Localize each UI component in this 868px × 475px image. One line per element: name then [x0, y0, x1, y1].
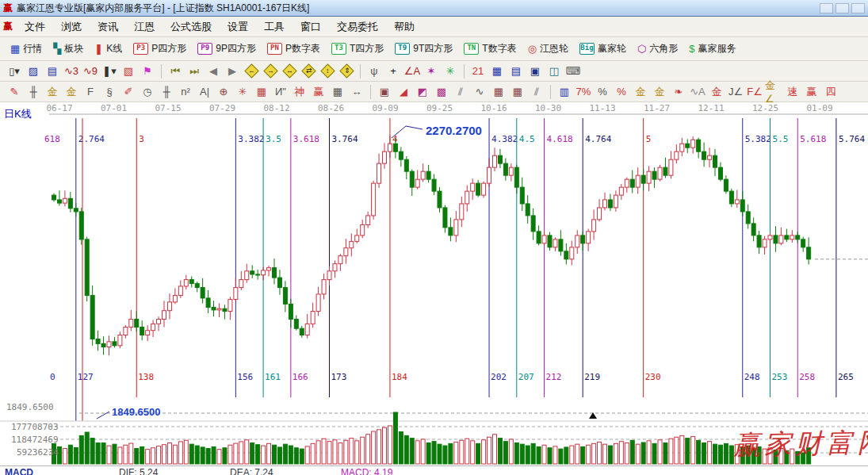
menu-item-帮助[interactable]: 帮助: [386, 18, 423, 36]
indicator-window-icon[interactable]: ▨: [24, 63, 43, 80]
gold-line-icon[interactable]: 金: [650, 83, 669, 101]
t-number-table-button[interactable]: TNT数字表: [458, 40, 522, 58]
gann-grid-icon[interactable]: ▦: [252, 83, 271, 101]
a-wave-icon[interactable]: ∿A: [688, 83, 707, 101]
draw-pencil-icon[interactable]: ✎: [5, 83, 24, 101]
macd-indicator-name[interactable]: MACD: [5, 467, 33, 475]
winner-wheel-button[interactable]: Big赢家轮: [574, 40, 632, 58]
shen-lines-icon[interactable]: 神: [290, 83, 309, 101]
price-bars-icon[interactable]: ▥: [555, 83, 574, 101]
kline-chart-area[interactable]: 日K线 06-1707-0107-1507-2908-1208-2609-090…: [0, 102, 868, 475]
web-box-icon[interactable]: ▩: [432, 83, 451, 101]
restore-icon[interactable]: [835, 3, 849, 13]
minimize-icon[interactable]: [820, 3, 833, 13]
kline-button[interactable]: ❚K线: [89, 40, 128, 58]
si-angle-icon[interactable]: 四: [821, 83, 840, 101]
n-square-icon[interactable]: n²: [176, 83, 195, 101]
ruler-123-icon[interactable]: ▦: [328, 83, 347, 101]
window-controls[interactable]: [820, 3, 865, 13]
chart-9-icon[interactable]: ∿9: [81, 63, 100, 80]
menu-item-文件[interactable]: 文件: [17, 18, 53, 36]
menu-item-浏览[interactable]: 浏览: [53, 18, 90, 36]
go-last-icon[interactable]: ⏭: [185, 63, 204, 80]
go-first-icon[interactable]: ⏮: [166, 63, 185, 80]
grid-pencil-icon[interactable]: ▦: [508, 83, 527, 101]
p-number-table-button[interactable]: PNP数字表: [262, 40, 326, 58]
menu-item-江恩[interactable]: 江恩: [126, 18, 163, 36]
box-tool-icon[interactable]: ▣: [375, 83, 394, 101]
menu-item-交易委托[interactable]: 交易委托: [329, 18, 386, 36]
9p-square-button[interactable]: P99P四方形: [192, 40, 262, 58]
box-fan-icon[interactable]: ◩: [413, 83, 432, 101]
expand-y-icon[interactable]: ↕: [318, 63, 337, 80]
grid-lines-icon[interactable]: ╫: [24, 83, 43, 101]
spiral-icon[interactable]: §: [100, 83, 119, 101]
step-back-icon[interactable]: ◀: [204, 63, 223, 80]
compress-x-icon[interactable]: ⇄: [299, 63, 318, 80]
time-lines-icon[interactable]: ╫: [157, 83, 176, 101]
grid-2-icon[interactable]: ▦: [489, 83, 508, 101]
shift-right-icon[interactable]: →: [261, 63, 280, 80]
crosshair-icon[interactable]: +: [384, 63, 403, 80]
menu-item-窗口[interactable]: 窗口: [293, 18, 329, 36]
ying-lines-icon[interactable]: 赢: [309, 83, 328, 101]
winner-service-button[interactable]: $赢家服务: [683, 40, 741, 58]
notepad-icon[interactable]: ▤: [507, 63, 526, 80]
sectors-button[interactable]: ▚板块: [48, 40, 89, 58]
pc-transfer-icon[interactable]: ⌨: [564, 63, 583, 80]
menu-item-公式选股[interactable]: 公式选股: [163, 18, 220, 36]
gann-clock-icon[interactable]: ◷: [138, 83, 157, 101]
slant-lines-icon[interactable]: ⫽: [451, 83, 470, 101]
candlestick-chart-canvas[interactable]: 06-1707-0107-1507-2908-1208-2609-0909-25…: [0, 102, 868, 475]
analysis-brain-icon[interactable]: ✳: [441, 63, 460, 80]
gold-red-icon[interactable]: 金: [707, 83, 726, 101]
brush-tool-icon[interactable]: ❧: [669, 83, 688, 101]
drag-hand-icon[interactable]: ψ: [365, 63, 384, 80]
kline-period-dropdown-icon[interactable]: ▯▾: [5, 63, 24, 80]
chart-3-icon[interactable]: ∿3: [62, 63, 81, 80]
expand-x-icon[interactable]: ↔: [280, 63, 299, 80]
width-measure-icon[interactable]: ↔: [347, 83, 366, 101]
gann-shape-icon[interactable]: ✶: [422, 63, 441, 80]
gold-ratio-lines-2-icon[interactable]: 金: [62, 83, 81, 101]
percent-line-icon[interactable]: %: [612, 83, 631, 101]
gold-angle-icon[interactable]: 金∠: [764, 83, 783, 101]
pattern-box-icon[interactable]: ▧: [119, 63, 138, 80]
save-icon[interactable]: ▣: [526, 63, 545, 80]
shift-left-icon[interactable]: ←: [242, 63, 261, 80]
gold-circle-icon[interactable]: 金: [631, 83, 650, 101]
colored-chart-icon[interactable]: ⚑: [138, 63, 157, 80]
gann-wheel-button[interactable]: ◎江恩轮: [522, 40, 574, 58]
hexagon-button[interactable]: ⬡六角形: [632, 40, 683, 58]
percent-7-icon[interactable]: 7%: [574, 83, 593, 101]
menu-item-工具[interactable]: 工具: [256, 18, 293, 36]
circle-cross-icon[interactable]: ⊕: [214, 83, 233, 101]
draw-pencil-2-icon[interactable]: ✐: [119, 83, 138, 101]
mirror-icon[interactable]: A|: [195, 83, 214, 101]
close-icon[interactable]: [851, 3, 865, 13]
ying-angle-icon[interactable]: 赢: [802, 83, 821, 101]
j-angle-icon[interactable]: J∠: [726, 83, 745, 101]
fan-lines-icon[interactable]: ◢: [394, 83, 413, 101]
menu-item-设置[interactable]: 设置: [220, 18, 256, 36]
candle-type-dropdown-icon[interactable]: ❚▾: [100, 63, 119, 80]
k-mark-icon[interactable]: И": [271, 83, 290, 101]
step-forward-icon[interactable]: ▶: [223, 63, 242, 80]
su-angle-icon[interactable]: 速: [783, 83, 802, 101]
quotes-button[interactable]: ▦行情: [5, 40, 48, 58]
gold-ratio-lines-icon[interactable]: 金: [43, 83, 62, 101]
percent-icon[interactable]: %: [593, 83, 612, 101]
t-square-button[interactable]: T3T四方形: [326, 40, 389, 58]
fibonacci-lines-icon[interactable]: F: [81, 83, 100, 101]
wave-icon[interactable]: ∿: [470, 83, 489, 101]
trendline-tool-icon[interactable]: ∠A: [403, 63, 422, 80]
calendar-icon[interactable]: 21: [468, 63, 488, 80]
f-angle-icon[interactable]: F∠: [745, 83, 764, 101]
info-panel-icon[interactable]: ▤: [43, 63, 62, 80]
reset-zoom-icon[interactable]: ⇕: [337, 63, 356, 80]
calculator-icon[interactable]: ▦: [488, 63, 507, 80]
menu-item-资讯[interactable]: 资讯: [90, 18, 126, 36]
p-square-button[interactable]: P3P四方形: [128, 40, 192, 58]
export-data-icon[interactable]: ◫: [545, 63, 564, 80]
slant-lines-2-icon[interactable]: ⫽: [527, 83, 546, 101]
